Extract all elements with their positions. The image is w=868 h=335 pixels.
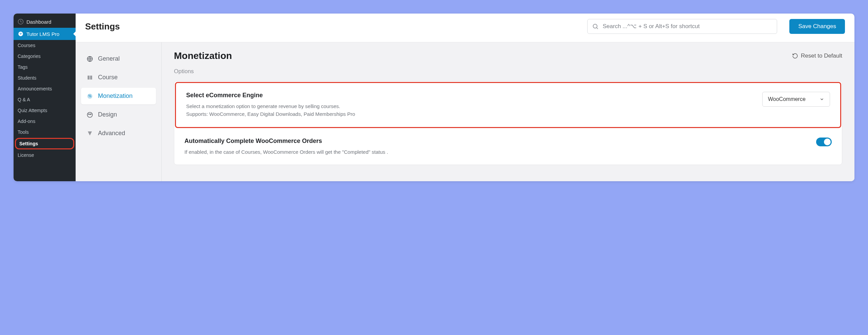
option-desc: Select a monetization option to generate… — [186, 102, 754, 118]
tab-label: Advanced — [98, 130, 125, 137]
tab-label: Course — [98, 74, 118, 81]
advanced-icon — [86, 130, 93, 137]
sidebar-item-tools[interactable]: Tools — [14, 127, 76, 138]
tutor-lms-icon — [18, 31, 24, 37]
search-wrapper — [587, 19, 777, 34]
tab-advanced[interactable]: Advanced — [81, 125, 156, 142]
option-row: Automatically Complete WooCommerce Order… — [174, 129, 842, 165]
sidebar-item-quiz-attempts[interactable]: Quiz Attempts — [14, 105, 76, 116]
sidebar-plugin[interactable]: Tutor LMS Pro — [14, 28, 76, 40]
wp-admin-sidebar: Dashboard Tutor LMS Pro CoursesCategorie… — [14, 14, 76, 181]
sidebar-item-courses[interactable]: Courses — [14, 40, 76, 51]
save-button[interactable]: Save Changes — [789, 19, 845, 34]
reset-icon — [792, 53, 798, 59]
options-card: Select eCommerce EngineSelect a monetiza… — [174, 81, 842, 165]
svg-text:%: % — [88, 94, 92, 98]
main-area: Settings Save Changes GeneralCourse%Mone… — [76, 14, 854, 181]
search-icon — [592, 23, 599, 30]
option-desc: If enabled, in the case of Courses, WooC… — [184, 148, 808, 156]
general-icon — [86, 56, 93, 62]
svg-point-7 — [87, 112, 93, 117]
svg-point-2 — [593, 24, 597, 28]
option-title: Automatically Complete WooCommerce Order… — [184, 138, 808, 145]
content: GeneralCourse%MonetizationDesignAdvanced… — [76, 42, 854, 181]
search-input[interactable] — [587, 19, 777, 34]
tab-design[interactable]: Design — [81, 106, 156, 123]
settings-tabs: GeneralCourse%MonetizationDesignAdvanced — [76, 42, 162, 181]
settings-panel: Monetization Reset to Default Options Se… — [162, 42, 854, 181]
option-row: Select eCommerce EngineSelect a monetiza… — [175, 82, 841, 128]
ecommerce-engine-select[interactable]: WooCommerce — [762, 92, 830, 107]
svg-point-9 — [90, 114, 91, 115]
tab-monetization[interactable]: %Monetization — [81, 88, 156, 104]
sidebar-dashboard[interactable]: Dashboard — [14, 16, 76, 28]
reset-to-default[interactable]: Reset to Default — [792, 53, 842, 59]
sidebar-item-license[interactable]: License — [14, 150, 76, 161]
tab-general[interactable]: General — [81, 50, 156, 67]
dashboard-icon — [18, 19, 24, 25]
option-title: Select eCommerce Engine — [186, 92, 754, 99]
options-label: Options — [174, 68, 842, 75]
sidebar-item-categories[interactable]: Categories — [14, 51, 76, 62]
sidebar-item-add-ons[interactable]: Add-ons — [14, 116, 76, 127]
topbar: Settings Save Changes — [76, 14, 854, 42]
sidebar-item-q-a[interactable]: Q & A — [14, 94, 76, 105]
panel-header: Monetization Reset to Default — [174, 50, 842, 61]
sidebar-item-tags[interactable]: Tags — [14, 62, 76, 72]
sidebar-item-announcements[interactable]: Announcements — [14, 83, 76, 94]
monetization-icon: % — [86, 93, 93, 100]
design-icon — [86, 111, 93, 118]
tab-course[interactable]: Course — [81, 69, 156, 86]
chevron-down-icon — [820, 97, 824, 102]
auto-complete-toggle[interactable] — [816, 138, 832, 146]
sidebar-dashboard-label: Dashboard — [26, 19, 51, 25]
sidebar-item-settings[interactable]: Settings — [15, 138, 74, 149]
select-value: WooCommerce — [768, 96, 806, 102]
sidebar-plugin-label: Tutor LMS Pro — [26, 31, 59, 37]
svg-line-3 — [597, 28, 598, 29]
sidebar-item-students[interactable]: Students — [14, 72, 76, 83]
tab-label: General — [98, 55, 120, 62]
svg-point-8 — [88, 114, 90, 115]
tab-label: Design — [98, 111, 117, 118]
course-icon — [86, 74, 93, 81]
svg-point-1 — [18, 32, 23, 36]
reset-label: Reset to Default — [801, 53, 842, 59]
panel-title: Monetization — [174, 50, 232, 61]
tab-label: Monetization — [98, 92, 133, 100]
app-window: Dashboard Tutor LMS Pro CoursesCategorie… — [14, 14, 854, 181]
page-title: Settings — [85, 21, 120, 32]
